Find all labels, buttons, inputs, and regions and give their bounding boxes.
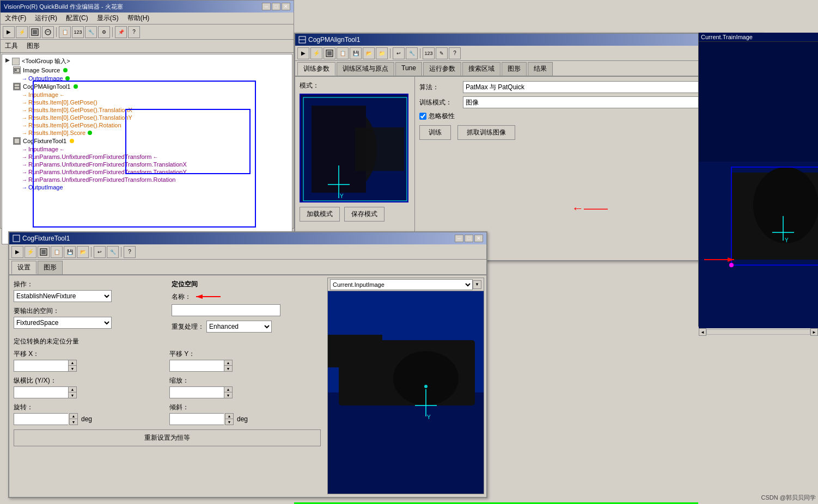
cogpm-t2[interactable]: 📋 xyxy=(337,47,349,59)
repeat-select[interactable]: Enhanced Basic None xyxy=(206,321,272,333)
scroll-left-btn[interactable]: ◄ xyxy=(699,328,706,336)
tree-input-image-cogpm[interactable]: → InputImage ← xyxy=(22,91,290,99)
cogpm-t1[interactable] xyxy=(323,47,335,59)
input-image-select[interactable]: Current.InputImage xyxy=(330,279,473,290)
translate-y-up[interactable]: ▲ xyxy=(224,360,232,366)
cogpm-t3[interactable]: 💾 xyxy=(350,47,362,59)
tree-runparams-3[interactable]: → RunParams.UnfixturedFromFixturedTransf… xyxy=(22,168,290,176)
tab-train-params[interactable]: 训练参数 xyxy=(297,62,335,76)
cogpm-run[interactable]: ▶ xyxy=(297,47,309,59)
tree-fixture[interactable]: CogFixtureTool1 xyxy=(13,137,290,145)
save-mode-btn[interactable]: 保存模式 xyxy=(344,207,384,222)
capture-btn[interactable]: 抓取训练图像 xyxy=(457,125,515,140)
translate-x-up[interactable]: ▲ xyxy=(69,360,76,366)
tool5-btn[interactable]: 123 xyxy=(72,26,84,38)
tab-results[interactable]: 结果 xyxy=(528,62,553,76)
cogpm-t9[interactable]: ✎ xyxy=(436,47,448,59)
translate-x-down[interactable]: ▼ xyxy=(69,366,76,371)
fixture-minimize[interactable]: ─ xyxy=(455,235,463,242)
tree-output-image-1[interactable]: → OutputImage xyxy=(22,75,290,82)
menu-display[interactable]: 显示(S) xyxy=(93,13,123,24)
tree-output-image-2[interactable]: → OutputImage xyxy=(22,183,290,191)
run-btn[interactable]: ▶ xyxy=(3,26,15,38)
cogpm-help[interactable]: ? xyxy=(449,47,461,59)
tool1-btn[interactable]: ⚡ xyxy=(16,26,28,38)
fixture-t5[interactable]: ↩ xyxy=(94,246,106,258)
fixture-t6[interactable]: 🔧 xyxy=(107,246,119,258)
tree-results-3[interactable]: → Results.Item[0].GetPose().TranslationY xyxy=(22,114,290,121)
train-btn[interactable]: 训练 xyxy=(419,125,451,140)
tree-image-source[interactable]: Image Source xyxy=(13,66,290,75)
reset-btn[interactable]: 重新设置为恒等 xyxy=(14,429,321,446)
tree-cogpm[interactable]: CogPMAlignTool1 xyxy=(13,82,290,91)
tree-runparams-4[interactable]: → RunParams.UnfixturedFromFixturedTransf… xyxy=(22,176,290,183)
menu-config[interactable]: 配置(C) xyxy=(62,13,93,24)
tree-results-5[interactable]: → Results.Item[0].Score xyxy=(22,129,290,137)
scroll-btn[interactable]: ▼ xyxy=(473,280,481,289)
tree-results-1[interactable]: → Results.Item[0].GetPose() xyxy=(22,99,290,106)
scale-input[interactable]: 0.999932 xyxy=(169,386,224,398)
tree-toolgroup[interactable]: <ToolGroup 输入> xyxy=(4,57,290,66)
tab-train-region[interactable]: 训练区域与原点 xyxy=(337,62,394,76)
scale-yx-input[interactable]: 1 xyxy=(14,386,68,398)
scroll-right-btn[interactable]: ► xyxy=(810,328,818,336)
rotation-down[interactable]: ▼ xyxy=(70,419,77,425)
close-btn[interactable]: ✕ xyxy=(282,3,290,10)
skew-down[interactable]: ▼ xyxy=(225,419,233,425)
fixture-t4[interactable]: 📂 xyxy=(77,246,89,258)
fixture-maximize[interactable]: □ xyxy=(465,235,473,242)
tree-runparams-2[interactable]: → RunParams.UnfixturedFromFixturedTransf… xyxy=(22,161,290,168)
rotation-up[interactable]: ▲ xyxy=(70,414,77,419)
output-space-select[interactable]: FixturedSpace xyxy=(14,317,112,329)
tool4-btn[interactable]: 📋 xyxy=(59,26,71,38)
fixture-run[interactable]: ▶ xyxy=(11,246,23,258)
tree-results-4[interactable]: → Results.Item[0].GetPose().Rotation xyxy=(22,121,290,129)
tool3-btn[interactable] xyxy=(42,26,54,38)
help-btn[interactable]: ? xyxy=(128,26,140,38)
fixture-help[interactable]: ? xyxy=(124,246,136,258)
translate-y-down[interactable]: ▼ xyxy=(224,366,232,371)
fixture-tab-settings[interactable]: 设置 xyxy=(11,261,36,274)
scale-yx-up[interactable]: ▲ xyxy=(69,387,76,392)
fixture-t3[interactable]: 💾 xyxy=(64,246,76,258)
cogpm-t6[interactable]: ↩ xyxy=(393,47,405,59)
cogpm-t8[interactable]: 123 xyxy=(423,47,435,59)
fixture-lightning[interactable]: ⚡ xyxy=(25,246,36,258)
fixture-close[interactable]: ✕ xyxy=(474,235,483,242)
cogpm-lightning[interactable]: ⚡ xyxy=(310,47,322,59)
translate-x-input[interactable]: 910.43 xyxy=(14,360,68,372)
rotation-input[interactable]: -0.416414 xyxy=(14,413,68,425)
load-mode-btn[interactable]: 加载模式 xyxy=(300,207,340,222)
scale-yx-down[interactable]: ▼ xyxy=(69,392,76,398)
name-input[interactable]: A的值 xyxy=(172,304,280,316)
tree-input-image-fixture[interactable]: → InputImage ← xyxy=(22,145,290,153)
translate-y-input[interactable]: 561.583 xyxy=(169,360,224,372)
tab-tune[interactable]: Tune xyxy=(395,62,422,76)
menu-file[interactable]: 文件(F) xyxy=(1,13,30,24)
fixture-t1[interactable] xyxy=(38,246,50,258)
menu-help[interactable]: 帮助(H) xyxy=(123,13,154,24)
tab-search-region[interactable]: 搜索区域 xyxy=(462,62,500,76)
tree-panel[interactable]: <ToolGroup 输入> Image Source → OutputImag… xyxy=(2,54,292,244)
skew-input[interactable]: 0 xyxy=(169,413,224,425)
tool2-btn[interactable] xyxy=(29,26,41,38)
tree-results-2[interactable]: → Results.Item[0].GetPose().TranslationX xyxy=(22,106,290,114)
tab-graphics[interactable]: 图形 xyxy=(502,62,527,76)
tool7-btn[interactable]: ⚙ xyxy=(98,26,110,38)
ignore-polarity-check[interactable] xyxy=(419,113,426,120)
cogpm-t4[interactable]: 📂 xyxy=(363,47,375,59)
scale-up[interactable]: ▲ xyxy=(224,387,232,392)
maximize-btn[interactable]: □ xyxy=(272,3,280,10)
operation-select[interactable]: EstablishNewFixture xyxy=(14,290,112,302)
tool8-btn[interactable]: 📌 xyxy=(115,26,127,38)
cogpm-t5[interactable]: 📁 xyxy=(376,47,388,59)
fixture-t2[interactable]: 📋 xyxy=(51,246,63,258)
menu-run[interactable]: 运行(R) xyxy=(30,13,62,24)
minimize-btn[interactable]: ─ xyxy=(262,3,271,10)
tree-runparams-1[interactable]: → RunParams.UnfixturedFromFixturedTransf… xyxy=(22,153,290,161)
tool6-btn[interactable]: 🔧 xyxy=(85,26,97,38)
cogpm-t7[interactable]: 🔧 xyxy=(406,47,418,59)
scale-down[interactable]: ▼ xyxy=(224,392,232,398)
skew-up[interactable]: ▲ xyxy=(225,414,233,419)
tab-run-params[interactable]: 运行参数 xyxy=(423,62,461,76)
